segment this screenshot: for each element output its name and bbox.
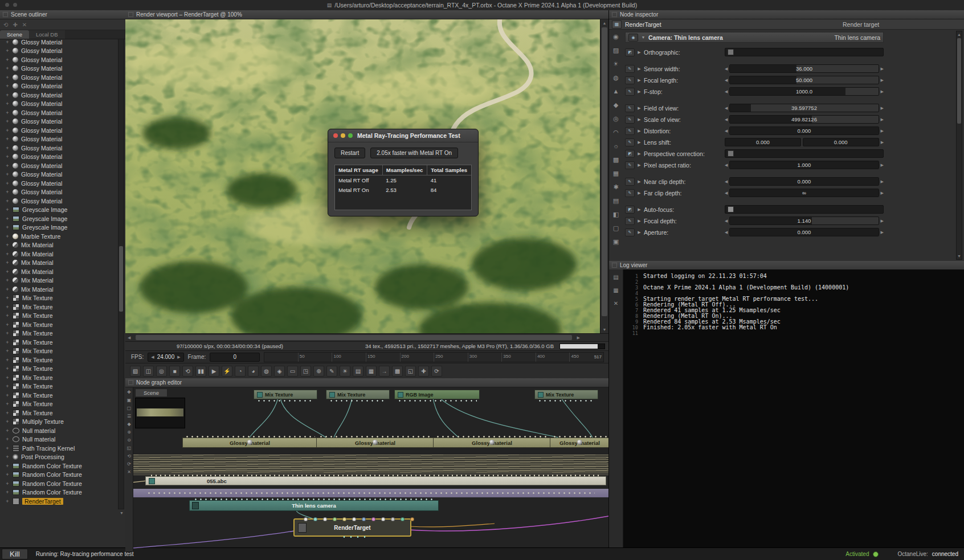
expand-plus-icon[interactable]: + [5,216,10,222]
expand-plus-icon[interactable]: + [5,295,10,301]
expander-icon[interactable]: ▶ [637,191,642,195]
outliner-item[interactable]: +Null material [0,426,117,435]
node-graph-editor[interactable]: ✚▣▢☰◆⊕⊖◱⟲⟳✕ Scene Mix TextureMix Texture… [125,387,608,551]
environment-icon[interactable]: ◠ [613,129,619,136]
outliner-item[interactable]: +Random Color Texture [0,479,117,488]
node-mix-texture[interactable]: Mix Texture [326,390,390,399]
snap-icon[interactable]: ◆ [127,422,130,427]
param-field[interactable]: 0.000 [803,138,879,146]
expander-icon[interactable]: ▶ [637,230,642,235]
slider-increment-icon[interactable]: ▶ [881,89,884,94]
dialog-titlebar[interactable]: Metal Ray-Tracing Performance Test [328,129,478,142]
expand-plus-icon[interactable]: + [5,171,10,177]
node-glossy-material[interactable]: Glossy material [550,438,608,448]
outliner-item[interactable]: +Glossy Material [0,38,117,47]
align-icon[interactable]: ☰ [127,414,131,419]
node-pin[interactable] [410,517,414,521]
slider-increment-icon[interactable]: ▶ [881,78,884,83]
imager-icon[interactable]: ▦ [613,170,619,177]
expand-plus-icon[interactable]: + [5,198,10,204]
expander-icon[interactable]: ▶ [637,129,642,133]
outliner-item[interactable]: +Mix Material [0,285,117,294]
scrollbar-thumb[interactable] [957,38,961,124]
outliner-item[interactable]: +Mix Material [0,259,117,268]
timeline-segment[interactable]: 150 [366,353,400,362]
expand-plus-icon[interactable]: + [5,39,10,45]
param-slider[interactable]: 1.000 [729,161,879,169]
outliner-item[interactable]: +Glossy Material [0,108,117,117]
delete-item-icon[interactable]: ✕ [22,22,27,28]
export-icon[interactable]: → [379,366,390,377]
realtime-icon[interactable]: ⚡ [222,366,232,377]
slider-increment-icon[interactable]: ▶ [881,179,884,184]
window-dot-icon[interactable] [5,3,9,7]
outliner-item[interactable]: +Mix Texture [0,329,117,338]
outliner-item[interactable]: +Marble Texture [0,232,117,241]
render-passes-icon[interactable]: ▤ [613,197,619,204]
expand-plus-icon[interactable]: + [5,401,10,407]
node-pin[interactable] [313,517,317,521]
panel-grip-icon[interactable] [612,12,617,17]
timeline-segment[interactable]: 50 [298,353,332,362]
slider-decrement-icon[interactable]: ◀ [725,117,728,122]
outliner-item[interactable]: +Mix Material [0,241,117,250]
expand-plus-icon[interactable]: + [5,393,10,398]
scroll-up-icon[interactable]: ▲ [601,21,608,25]
param-slider[interactable]: 39.597752 [729,104,879,112]
pick-white-point-icon[interactable]: ☀ [340,366,350,377]
slider-decrement-icon[interactable]: ◀ [725,67,728,71]
panel-grip-icon[interactable] [128,12,133,17]
expand-plus-icon[interactable]: + [5,224,10,230]
outliner-item[interactable]: +Mix Texture [0,338,117,347]
lock-camera-icon[interactable]: ◫ [143,366,154,377]
render-viewport[interactable]: Metal Ray-Tracing Performance Test Resta… [125,19,608,333]
node-render-target[interactable]: RenderTarget [293,518,411,537]
restart-render-icon[interactable]: ⟲ [182,366,193,377]
outliner-item[interactable]: +Mix Material [0,276,117,285]
expander-icon[interactable]: ▶ [637,219,642,223]
expander-icon[interactable]: ▶ [637,78,642,83]
save-frame-icon[interactable]: ▦ [366,366,377,377]
expand-plus-icon[interactable]: + [5,75,10,80]
expand-plus-icon[interactable]: + [5,287,10,292]
outliner-item[interactable]: +Glossy Material [0,47,117,56]
scrollbar-thumb[interactable] [136,335,572,340]
expand-plus-icon[interactable]: + [5,145,10,151]
param-slider[interactable]: 50.000 [729,76,879,84]
expand-plus-icon[interactable]: + [5,242,10,248]
checkbox[interactable] [728,206,734,212]
outliner-item[interactable]: +Glossy Material [0,91,117,100]
slider-increment-icon[interactable]: ▶ [881,163,884,167]
zoom-out-icon[interactable]: ⊖ [127,438,131,443]
inspected-node-row[interactable]: ▦ RenderTarget Render target [609,19,964,30]
log-output[interactable]: 1Started logging on 22.11.23 01:57:0423O… [623,269,964,548]
outliner-item[interactable]: +Path Tracing Kernel [0,444,117,453]
camera-view-icon[interactable]: ▧ [130,366,141,377]
outliner-item[interactable]: +Mix Texture [0,373,117,382]
film-region-icon[interactable]: ◳ [300,366,311,377]
expander-icon[interactable]: ▶ [637,140,642,145]
expand-plus-icon[interactable]: + [5,357,10,363]
node-thin-lens-camera[interactable]: Thin lens camera [189,500,439,511]
zoom-in-icon[interactable]: ⊕ [127,430,131,435]
expand-plus-icon[interactable]: + [5,66,10,71]
node-pin[interactable] [342,517,346,521]
node-graph-minimap[interactable] [135,398,185,428]
background-image-icon[interactable]: ▩ [392,366,403,377]
expander-icon[interactable]: ▶ [637,207,642,212]
frame-input[interactable]: 0 [210,353,260,362]
expander-icon[interactable]: ▶ [637,179,642,184]
outliner-item[interactable]: +Mix Texture [0,312,117,321]
expand-plus-icon[interactable]: + [5,366,10,371]
outliner-item[interactable]: +Greyscale Image [0,214,117,223]
outliner-item[interactable]: +Greyscale Image [0,223,117,232]
camera-icon[interactable]: ◎ [613,115,619,122]
aov-icon[interactable]: ◧ [613,211,619,218]
kernel-icon[interactable]: ▩ [613,156,619,163]
outliner-item[interactable]: +Random Color Texture [0,488,117,497]
viewport-horizontal-scrollbar[interactable]: ◀ ▶ [125,333,608,341]
scrollbar-thumb[interactable] [602,27,607,316]
scroll-left-icon[interactable]: ◀ [128,336,130,340]
outliner-item[interactable]: +Glossy Material [0,161,117,170]
node-pin[interactable] [323,517,327,521]
